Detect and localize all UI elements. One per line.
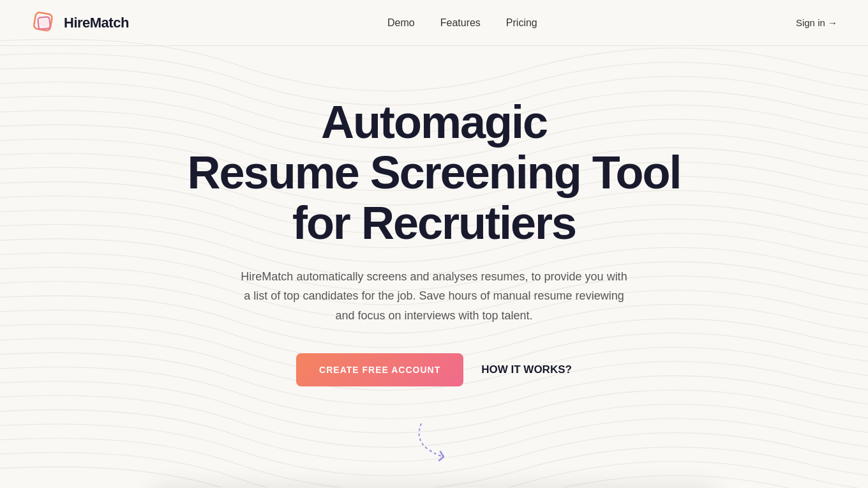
nav-demo[interactable]: Demo — [387, 17, 415, 29]
nav-pricing[interactable]: Pricing — [506, 17, 537, 29]
svg-rect-3 — [40, 19, 48, 27]
navbar-actions: Sign in → — [796, 17, 837, 28]
hero-title-line3: for Recrutiers — [292, 197, 576, 248]
hero-subtitle: HireMatch automatically screens and anal… — [236, 267, 632, 326]
hero-title: Automagic Resume Screening Tool for Recr… — [188, 97, 681, 249]
decorative-arrow — [408, 417, 460, 462]
navbar: HireMatch Demo Features Pricing Sign in … — [0, 0, 868, 46]
create-account-button[interactable]: CREATE FREE ACCOUNT — [296, 353, 463, 386]
hero-title-line1: Automagic — [321, 96, 547, 148]
nav-features[interactable]: Features — [440, 17, 481, 29]
how-it-works-link[interactable]: HOW IT WORKS? — [481, 363, 572, 376]
sign-in-link[interactable]: Sign in → — [796, 17, 837, 28]
logo-icon — [31, 10, 57, 36]
navbar-brand: HireMatch — [31, 10, 129, 36]
hero-actions: CREATE FREE ACCOUNT HOW IT WORKS? — [296, 353, 572, 386]
hero-title-line2: Resume Screening Tool — [188, 147, 681, 198]
navbar-nav: Demo Features Pricing — [387, 17, 537, 29]
hero-section: Automagic Resume Screening Tool for Recr… — [0, 46, 868, 487]
brand-name: HireMatch — [64, 15, 129, 31]
